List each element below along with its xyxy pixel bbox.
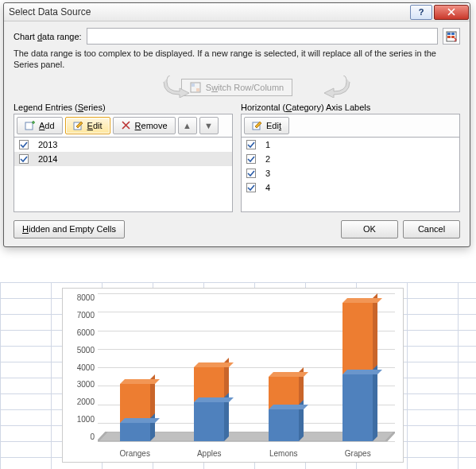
svg-rect-3	[447, 36, 451, 38]
select-data-source-dialog: Select Data Source ? Chart data range: T…	[3, 2, 470, 247]
plot-area: OrangesApplesLemonsGrapes	[98, 293, 395, 462]
bar-column	[98, 293, 172, 441]
move-down-button[interactable]: ▼	[199, 117, 219, 134]
category-axis-panel: Horizontal (Category) Axis Labels Edit 1…	[241, 103, 460, 212]
category-checkbox[interactable]	[246, 140, 256, 149]
move-up-button[interactable]: ▲	[178, 117, 197, 134]
list-item[interactable]: 4	[242, 180, 459, 195]
y-tick-label: 4000	[77, 363, 95, 372]
list-item[interactable]: 1	[242, 138, 459, 152]
close-button[interactable]	[434, 5, 469, 20]
series-checkbox[interactable]	[19, 140, 29, 149]
curved-arrow-right-icon	[319, 76, 353, 99]
series-label: 2013	[38, 140, 57, 149]
check-icon	[247, 141, 255, 149]
dialog-title: Select Data Source	[9, 6, 409, 17]
bar-column	[246, 293, 321, 441]
svg-rect-4	[451, 36, 455, 38]
legend-entries-panel: Legend Entries (Series) Add Edit Remove	[14, 103, 233, 212]
titlebar[interactable]: Select Data Source ?	[4, 3, 470, 21]
category-label: 4	[265, 183, 270, 192]
category-checkbox[interactable]	[246, 154, 256, 164]
svg-rect-1	[447, 33, 451, 35]
add-icon	[25, 120, 35, 130]
ok-button[interactable]: OK	[341, 220, 398, 238]
x-tick-label: Oranges	[98, 444, 172, 462]
switch-row-column-label: Switch Row/Column	[206, 83, 284, 92]
edit-category-button[interactable]: Edit	[244, 117, 289, 134]
list-item[interactable]: 3	[242, 166, 459, 180]
category-checkbox[interactable]	[246, 169, 256, 178]
triangle-down-icon: ▼	[204, 121, 213, 130]
cancel-button[interactable]: Cancel	[403, 220, 460, 238]
range-warning-text: The data range is too complex to be disp…	[14, 48, 460, 71]
y-tick-label: 2000	[77, 397, 95, 406]
y-tick-label: 0	[90, 432, 95, 441]
edit-icon	[252, 120, 262, 130]
category-label: 2	[265, 154, 270, 164]
y-tick-label: 1000	[77, 415, 95, 424]
chart-data-range-label: Chart data range:	[14, 32, 82, 41]
help-button[interactable]: ?	[410, 5, 432, 20]
collapse-dialog-button[interactable]	[443, 28, 460, 45]
edit-series-button[interactable]: Edit	[65, 117, 110, 134]
series-checkbox[interactable]	[19, 154, 29, 164]
stacked-3d-column-chart[interactable]: 800070006000500040003000200010000 Orange…	[62, 288, 404, 463]
triangle-up-icon: ▲	[183, 121, 192, 130]
switch-row-column-button: Switch Row/Column	[181, 79, 292, 96]
edit-icon	[73, 120, 83, 130]
x-tick-label: Grapes	[321, 444, 396, 462]
svg-rect-7	[196, 88, 199, 91]
check-icon	[247, 155, 255, 163]
y-tick-label: 7000	[77, 311, 95, 320]
add-series-button[interactable]: Add	[17, 117, 63, 134]
list-item[interactable]: 2014	[14, 152, 232, 166]
y-tick-label: 8000	[77, 293, 95, 302]
svg-rect-2	[451, 33, 455, 35]
remove-series-button[interactable]: Remove	[113, 117, 176, 134]
list-item[interactable]: 2	[242, 152, 459, 166]
series-label: 2014	[38, 154, 57, 164]
bar-column	[321, 293, 396, 441]
category-checkbox[interactable]	[246, 183, 256, 192]
hidden-empty-cells-button[interactable]: Hidden and Empty Cells	[14, 220, 125, 238]
range-selector-icon	[446, 31, 457, 42]
check-icon	[20, 141, 28, 149]
category-label: 1	[265, 140, 270, 149]
y-axis: 800070006000500040003000200010000	[63, 289, 98, 462]
check-icon	[247, 169, 255, 177]
series-listbox[interactable]: 2013 2014	[14, 137, 233, 212]
add-label: dd	[45, 121, 54, 130]
category-label: 3	[265, 169, 270, 178]
curved-arrow-left-icon	[161, 76, 194, 99]
remove-icon	[121, 120, 131, 130]
x-tick-label: Lemons	[246, 444, 321, 462]
category-listbox[interactable]: 1 2 3 4	[241, 137, 460, 212]
svg-rect-8	[25, 122, 33, 130]
x-axis: OrangesApplesLemonsGrapes	[98, 444, 395, 462]
chart-data-range-input[interactable]	[87, 28, 438, 45]
check-icon	[247, 184, 255, 192]
bar-column	[172, 293, 247, 441]
x-tick-label: Apples	[172, 444, 247, 462]
y-tick-label: 6000	[77, 328, 95, 337]
list-item[interactable]: 2013	[14, 138, 232, 152]
y-tick-label: 5000	[77, 346, 95, 355]
y-tick-label: 3000	[77, 380, 95, 389]
check-icon	[20, 155, 28, 163]
close-icon	[447, 8, 455, 16]
legend-entries-header: Legend Entries (Series)	[14, 103, 233, 112]
category-axis-header: Horizontal (Category) Axis Labels	[241, 103, 460, 112]
